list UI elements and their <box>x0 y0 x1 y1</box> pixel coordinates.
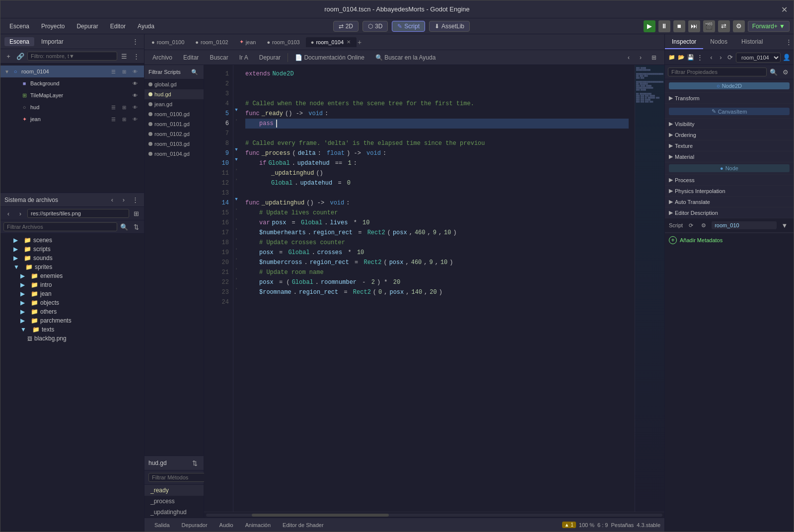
jean-script-icon[interactable]: ☰ <box>108 114 118 124</box>
inspector-filter-options[interactable]: ⚙ <box>781 67 791 77</box>
sync-button[interactable]: ⇄ <box>718 20 730 32</box>
btn-2d[interactable]: ⇄ 2D <box>333 21 359 32</box>
tab-room0103[interactable]: ● room_0103 <box>262 37 304 47</box>
inspector-save-icon[interactable]: 💾 <box>687 53 694 63</box>
fs-sort-options[interactable]: ⇅ <box>131 222 141 232</box>
method-updatinghud[interactable]: _updatinghud <box>144 507 204 518</box>
scripts-search-icon[interactable]: 🔍 <box>190 67 200 77</box>
filter-options-button[interactable]: ☰ <box>119 51 129 61</box>
add-metadata-button[interactable]: + Añadir Metadatos <box>665 233 794 247</box>
scene-filter-input[interactable] <box>27 52 117 61</box>
section-physics[interactable]: ▶ Physics Interpolation <box>665 186 794 197</box>
more-options-button[interactable]: ⋮ <box>130 37 140 47</box>
inspector-nav-back[interactable]: ‹ <box>708 53 715 63</box>
link-node-button[interactable]: 🔗 <box>15 51 25 61</box>
fs-item-sprites[interactable]: ▼ 📁 sprites <box>0 263 144 271</box>
inspector-tab-nodos[interactable]: Nodos <box>703 35 734 49</box>
fold-arrow-9[interactable]: ▼ <box>234 144 239 154</box>
script-dropdown-icon[interactable]: ▼ <box>780 220 790 230</box>
status-tab-shader[interactable]: Editor de Shader <box>277 520 330 530</box>
fs-nav-right[interactable]: › <box>119 195 129 205</box>
hud-scene-icon[interactable]: ⊞ <box>119 102 129 112</box>
method-process[interactable]: _process <box>144 496 204 507</box>
fold-arrow-14[interactable]: ▼ <box>234 194 239 204</box>
bg-eye-icon[interactable]: 👁 <box>130 78 140 88</box>
script-item-room0104[interactable]: room_0104.gd <box>144 149 204 159</box>
inspector-tab-historial[interactable]: Historial <box>734 35 770 49</box>
btn-depurar[interactable]: Depurar <box>255 53 285 62</box>
inspector-user-icon[interactable]: 👤 <box>783 53 791 63</box>
method-ready[interactable]: _ready <box>144 485 204 496</box>
status-tab-audio[interactable]: Audio <box>214 520 239 530</box>
status-tab-depurador[interactable]: Depurador <box>176 520 214 530</box>
script-item-room0101[interactable]: room_0101.gd <box>144 119 204 129</box>
fs-item-objects[interactable]: ▶ 📁 objects <box>0 298 144 307</box>
script-settings-icon[interactable]: ⚙ <box>699 220 709 230</box>
script-item-room0100[interactable]: room_0100.gd <box>144 109 204 119</box>
fs-item-sounds[interactable]: ▶ 📁 sounds <box>0 254 144 263</box>
btn-3d[interactable]: ⬡ 3D <box>362 21 388 32</box>
tree-node-jean[interactable]: ✦ jean ☰ ⊞ 👁 <box>0 113 144 125</box>
status-tab-animacion[interactable]: Animación <box>239 520 277 530</box>
tree-node-tilemap[interactable]: ⊞ TileMapLayer 👁 <box>0 89 144 101</box>
section-autotranslate[interactable]: ▶ Auto Translate <box>665 197 794 207</box>
fs-options[interactable]: ⋮ <box>130 195 140 205</box>
fs-item-blackbg[interactable]: 🖼 blackbg.png <box>0 334 144 343</box>
tab-importar[interactable]: Importar <box>36 37 69 46</box>
tree-node-room0104[interactable]: ▼ ○ room_0104 ☰ ⊞ 👁 <box>0 66 144 77</box>
tree-node-background[interactable]: ■ Background 👁 <box>0 77 144 89</box>
code-editor[interactable]: 1 2 3 4 5 6 7 8 9 10 11 12 13 <box>204 65 664 512</box>
fs-forward-button[interactable]: › <box>15 208 25 218</box>
btn-editar[interactable]: Editar <box>179 53 203 62</box>
pause-button[interactable]: ⏸ <box>658 20 670 32</box>
inspector-open-icon[interactable]: 📂 <box>677 53 685 63</box>
btn-layout[interactable]: ⊞ <box>648 53 660 62</box>
menu-editor[interactable]: Editor <box>105 21 131 32</box>
script-item-room0102[interactable]: room_0102.gd <box>144 129 204 139</box>
script-reload-icon[interactable]: ⟳ <box>686 220 696 230</box>
btn-script[interactable]: ✎ Script <box>392 21 425 32</box>
btn-doc-online[interactable]: 📄 Documentación Online <box>291 53 368 62</box>
section-editor-desc[interactable]: ▶ Editor Description <box>665 207 794 218</box>
node-script-icon[interactable]: ☰ <box>108 66 118 76</box>
btn-assetlib[interactable]: ⬇ AssetLib <box>429 21 470 32</box>
step-button[interactable]: ⏭ <box>688 20 700 32</box>
jean-eye-icon[interactable]: 👁 <box>130 114 140 124</box>
node-eye-icon[interactable]: 👁 <box>130 66 140 76</box>
menu-ayuda[interactable]: Ayuda <box>133 21 159 32</box>
inspector-node-select[interactable]: room_0104 <box>736 53 781 63</box>
tile-eye-icon[interactable]: 👁 <box>130 90 140 100</box>
inspector-history-icon[interactable]: ⟳ <box>726 53 734 63</box>
script-item-hud[interactable]: hud.gd <box>144 89 204 99</box>
fs-item-jean[interactable]: ▶ 📁 jean <box>0 289 144 298</box>
tab-jean[interactable]: ✦ jean <box>234 37 261 47</box>
close-button[interactable]: ✕ <box>781 4 788 14</box>
forward-plus-button[interactable]: Forward+ ▼ <box>748 21 790 32</box>
inspector-more-icon[interactable]: ⋮ <box>696 53 704 63</box>
fs-thumb-button[interactable]: ⊞ <box>131 208 141 218</box>
inspector-options[interactable]: ⋮ <box>784 37 794 47</box>
fs-item-texts[interactable]: ▼ 📁 texts <box>0 325 144 334</box>
stop-button[interactable]: ■ <box>673 20 685 32</box>
fold-arrow-5[interactable]: ▼ <box>234 105 239 115</box>
hud-eye-icon[interactable]: 👁 <box>130 102 140 112</box>
fs-item-scripts[interactable]: ▶ 📁 scripts <box>0 245 144 254</box>
fs-back-button[interactable]: ‹ <box>3 208 13 218</box>
fs-filter-options[interactable]: 🔍 <box>119 222 129 232</box>
status-tab-salida[interactable]: Salida <box>148 520 176 530</box>
section-material[interactable]: ▶ Material <box>665 151 794 162</box>
fs-item-parchments[interactable]: ▶ 📁 parchments <box>0 316 144 325</box>
script-item-room0103[interactable]: room_0103.gd <box>144 139 204 149</box>
fs-item-others[interactable]: ▶ 📁 others <box>0 307 144 316</box>
fold-arrow-10[interactable]: ▼ <box>234 154 239 164</box>
btn-archivo[interactable]: Archivo <box>148 53 176 62</box>
section-process[interactable]: ▶ Process <box>665 175 794 186</box>
section-transform[interactable]: ▶ Transform <box>665 93 794 104</box>
section-visibility[interactable]: ▶ Visibility <box>665 119 794 130</box>
btn-buscar-ayuda[interactable]: 🔍 Buscar en la Ayuda <box>371 53 440 62</box>
section-ordering[interactable]: ▶ Ordering <box>665 130 794 140</box>
menu-proyecto[interactable]: Proyecto <box>36 21 70 32</box>
node-scene-icon[interactable]: ⊞ <box>119 66 129 76</box>
tab-room0104[interactable]: ● room_0104 ✕ <box>306 37 357 47</box>
methods-options[interactable]: ⇅ <box>190 458 200 468</box>
